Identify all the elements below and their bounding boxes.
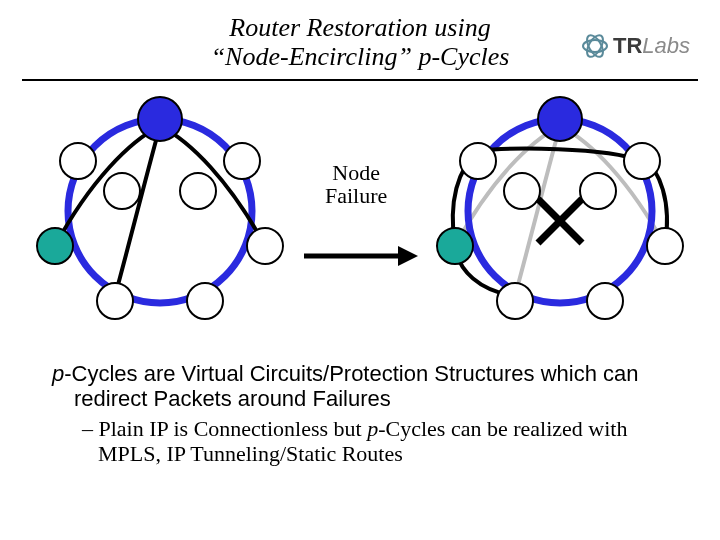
svg-point-3	[68, 119, 252, 303]
trlabs-logo: TRLabs	[581, 32, 690, 60]
svg-point-23	[437, 228, 473, 264]
body-lead-rest: -Cycles are Virtual Circuits/Protection …	[64, 361, 638, 411]
svg-point-13	[180, 173, 216, 209]
logo-tr: TR	[613, 33, 642, 59]
svg-point-8	[187, 283, 223, 319]
svg-point-24	[460, 143, 496, 179]
network-diagram-right	[410, 91, 710, 331]
logo-icon	[581, 32, 609, 60]
svg-point-22	[497, 283, 533, 319]
svg-point-10	[37, 228, 73, 264]
body-sub-prefix: – Plain IP is Connectionless but	[82, 416, 367, 441]
node-failure-line-1: Node	[332, 160, 380, 185]
body-text: p-Cycles are Virtual Circuits/Protection…	[0, 361, 720, 466]
arrow-right-icon	[300, 241, 420, 271]
body-sub: – Plain IP is Connectionless but p-Cycle…	[34, 416, 686, 467]
diagram-area: Node Failure	[0, 91, 720, 361]
svg-point-5	[138, 97, 182, 141]
node-failure-line-2: Failure	[325, 183, 387, 208]
svg-point-26	[580, 173, 616, 209]
body-lead: p-Cycles are Virtual Circuits/Protection…	[34, 361, 686, 412]
title-rule	[22, 79, 698, 81]
title-line-2: “Node-Encircling” p-Cycles	[211, 42, 510, 71]
svg-point-20	[647, 228, 683, 264]
svg-point-18	[538, 97, 582, 141]
svg-point-12	[104, 173, 140, 209]
svg-point-25	[504, 173, 540, 209]
body-lead-p: p	[52, 361, 64, 386]
logo-labs: Labs	[642, 33, 690, 59]
svg-point-11	[60, 143, 96, 179]
svg-point-9	[97, 283, 133, 319]
failure-x-icon	[538, 199, 582, 243]
network-diagram-left	[10, 91, 310, 331]
body-sub-p: p	[367, 416, 378, 441]
svg-point-17	[468, 119, 652, 303]
svg-point-21	[587, 283, 623, 319]
node-failure-label: Node Failure	[325, 161, 387, 207]
svg-point-19	[624, 143, 660, 179]
title-line-1: Router Restoration using	[229, 13, 490, 42]
svg-point-6	[224, 143, 260, 179]
svg-point-7	[247, 228, 283, 264]
